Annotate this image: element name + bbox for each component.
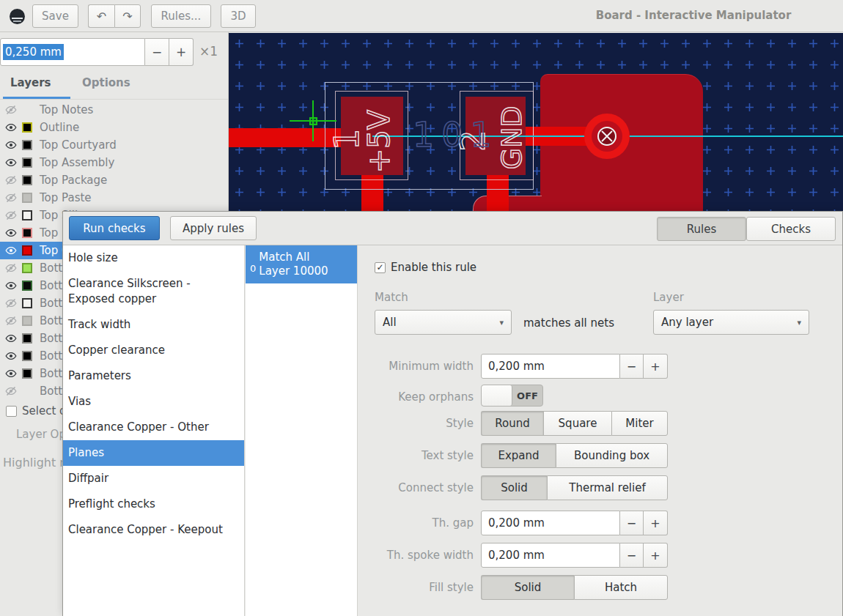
layer-row[interactable]: Top Package [0,171,228,189]
3d-view-button[interactable]: 3D [221,4,256,28]
connect-style-option-thermal-relief[interactable]: Thermal relief [547,475,668,500]
style-segment: RoundSquareMiter [481,411,668,436]
eye-icon[interactable] [5,245,17,256]
rules-dialog-header: Run checks Apply rules RulesChecks [63,212,842,245]
toggle-knob [482,385,512,406]
rule-type-item[interactable]: Diffpair [63,466,244,491]
undo-button[interactable]: ↶ [88,4,114,28]
select-work-layer-checkbox[interactable] [6,406,17,417]
layer-dropdown[interactable]: Any layer ▾ [653,310,809,335]
rule-type-item[interactable]: Preflight checks [63,491,244,517]
redo-button[interactable]: ↷ [114,4,141,28]
rule-type-item[interactable]: Clearance Silkscreen - Exposed copper [63,271,244,312]
view-tab-checks[interactable]: Checks [746,217,836,241]
eye-icon[interactable] [5,139,17,151]
match-label: Match [375,291,408,304]
th-gap-plus-button[interactable]: + [644,511,668,535]
eye-icon[interactable] [5,227,17,239]
app-menu-icon[interactable] [10,9,25,24]
layer-color-swatch [22,333,32,344]
run-checks-button[interactable]: Run checks [69,216,160,240]
enable-rule-checkbox[interactable]: ✓ [375,262,386,273]
eye-slash-icon[interactable] [5,174,17,186]
via-hole-icon [597,127,616,146]
eye-slash-icon[interactable] [5,104,17,116]
th-gap-minus-button[interactable]: − [620,511,644,535]
eye-slash-icon[interactable] [5,297,17,309]
text-style-option-expand[interactable]: Expand [481,443,556,468]
text-style-segment: ExpandBounding box [481,443,668,468]
rule-type-item[interactable]: Parameters [63,363,244,389]
th-gap-input[interactable]: 0,200 mm [481,511,620,535]
eye-slash-icon[interactable] [5,385,17,397]
grid-minus-button[interactable]: − [145,38,169,66]
layer-color-swatch [22,228,32,238]
min-width-input[interactable]: 0,200 mm [481,354,620,379]
layer-name: Top Assembly [40,156,114,169]
layer-row[interactable]: Top Paste [0,189,228,207]
layer-name: Outline [40,121,79,134]
rules-dialog-body: Hole sizeClearance Silkscreen - Exposed … [63,245,842,616]
layer-color-swatch [22,122,32,133]
save-button[interactable]: Save [32,4,78,28]
connect-style-segment: SolidThermal relief [481,475,668,500]
keep-orphans-toggle[interactable]: OFF [481,385,543,407]
eye-slash-icon[interactable] [5,262,17,274]
eye-slash-icon[interactable] [5,192,17,204]
fill-style-label: Fill style [358,581,474,594]
enable-rule-row[interactable]: ✓ Enable this rule [375,261,476,274]
tab-options[interactable]: Options [82,76,130,89]
fill-style-option-hatch[interactable]: Hatch [574,575,668,600]
layer-color-swatch [22,368,32,379]
rule-type-item[interactable]: Clearance Copper - Keepout [63,517,244,543]
eye-icon[interactable] [5,122,17,133]
layer-row[interactable]: Top Notes [0,101,228,119]
rule-type-item[interactable]: Hole size [63,245,244,271]
th-spoke-width-input[interactable]: 0,200 mm [481,543,620,568]
eye-icon[interactable] [5,333,17,344]
tab-layers[interactable]: Layers [10,76,51,89]
rule-type-item[interactable]: Copper clearance [63,338,244,363]
keep-orphans-label: Keep orphans [358,390,474,404]
min-width-plus-button[interactable]: + [644,354,668,379]
min-width-label: Minimum width [358,360,474,373]
grid-spacing-input[interactable]: 0,250 mm [0,38,145,66]
match-hint: matches all nets [523,316,614,330]
eye-icon[interactable] [5,368,17,379]
eye-icon[interactable] [5,350,17,362]
th-spoke-width-spinner: − + [620,543,668,568]
match-dropdown-value: All [383,316,397,329]
rule-instance-item[interactable]: 0 Match All Layer 10000 [246,245,357,283]
tab-active-underline [3,97,70,99]
view-tab-rules[interactable]: Rules [657,217,746,241]
match-dropdown[interactable]: All ▾ [375,310,512,335]
fill-style-segment: SolidHatch [481,575,668,600]
apply-rules-button[interactable]: Apply rules [170,216,257,240]
min-width-spinner: − + [620,354,668,379]
connect-style-option-solid[interactable]: Solid [481,475,547,500]
layer-row[interactable]: Top Assembly [0,154,228,171]
grid-plus-button[interactable]: + [169,38,194,66]
rule-type-item[interactable]: Vias [63,389,244,415]
eye-slash-icon[interactable] [5,315,17,327]
eye-icon[interactable] [5,280,17,292]
th-spoke-minus-button[interactable]: − [620,543,644,568]
rule-type-item[interactable]: Planes [63,440,244,466]
grid-spacing-spinner: − + [145,38,194,66]
style-option-miter[interactable]: Miter [611,411,668,436]
th-spoke-plus-button[interactable]: + [644,543,668,568]
grid-spacing-value: 0,250 mm [3,44,64,60]
style-option-round[interactable]: Round [481,411,543,436]
style-option-square[interactable]: Square [543,411,611,436]
eye-slash-icon[interactable] [5,209,17,221]
layer-row[interactable]: Top Courtyard [0,136,228,154]
eye-icon[interactable] [5,157,17,168]
app-window: Save ↶ ↷ Rules... 3D Board - Interactive… [0,0,843,616]
rules-dialog-button[interactable]: Rules... [151,4,211,28]
layer-row[interactable]: Outline [0,119,228,136]
rule-type-item[interactable]: Track width [63,312,244,338]
text-style-option-bounding-box[interactable]: Bounding box [556,443,668,468]
fill-style-option-solid[interactable]: Solid [481,575,574,600]
rule-type-item[interactable]: Clearance Copper - Other [63,415,244,440]
min-width-minus-button[interactable]: − [620,354,644,379]
